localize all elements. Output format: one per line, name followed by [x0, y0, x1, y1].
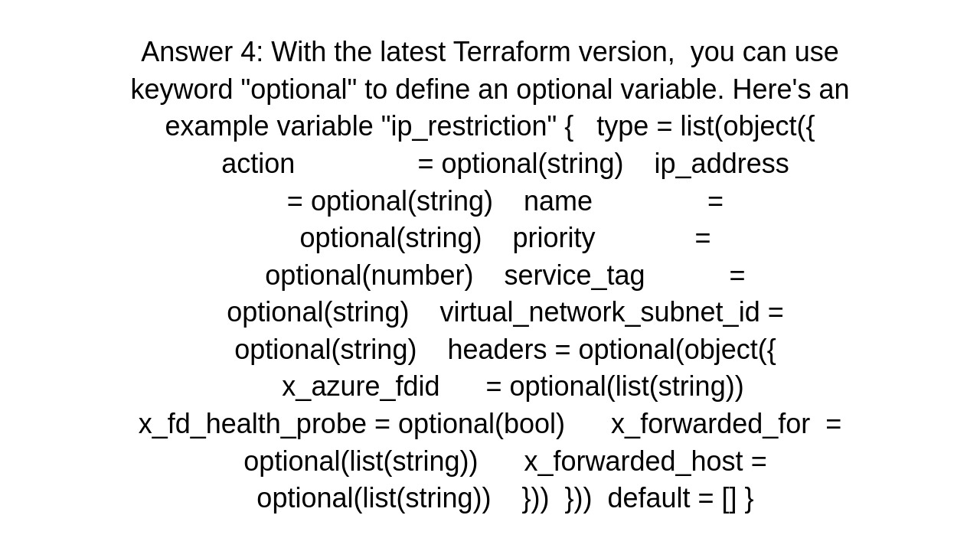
main-container: Answer 4: With the latest Terraform vers… [0, 0, 980, 551]
answer-text: Answer 4: With the latest Terraform vers… [23, 34, 957, 517]
